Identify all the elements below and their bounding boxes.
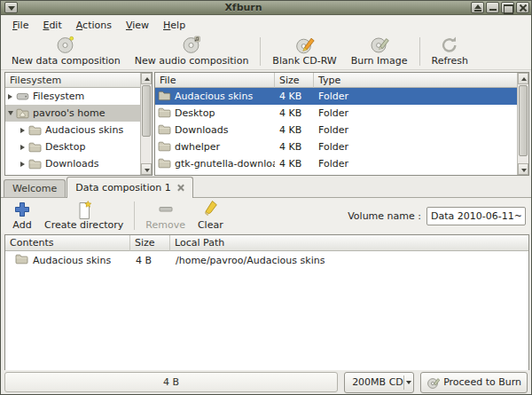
expander-icon[interactable] [18,145,27,150]
scroll-up-icon[interactable] [141,73,152,84]
menu-file[interactable]: File [5,18,35,33]
file-row[interactable]: dwhelper 4 KB Folder [155,138,519,155]
file-name: Desktop [175,107,215,119]
menu-view[interactable]: View [119,18,156,33]
comp-button-label: Add [12,219,31,231]
refresh-button[interactable]: Refresh [425,35,476,68]
statusbar: 4 B 200MB CD Proceed to Burn [1,370,531,394]
menubar: File Edit Actions View Help [1,16,531,34]
tab-close-icon[interactable] [176,184,184,192]
expander-icon[interactable] [5,94,15,99]
file-row[interactable]: Desktop 4 KB Folder [155,105,519,122]
column-header-size[interactable]: Size [275,73,314,88]
column-header-file[interactable]: File [155,73,275,88]
main-toolbar: New data composition New audio compositi… [1,34,531,70]
file-row[interactable]: Downloads 4 KB Folder [155,122,519,138]
disc-size-combo[interactable]: 200MB CD [344,372,414,393]
menu-edit[interactable]: Edit [35,18,68,33]
toolbar-button-label: Refresh [432,55,469,67]
file-list-scrollbar[interactable] [517,73,528,175]
blank-cdrw-button[interactable]: Blank CD-RW [265,35,343,68]
clear-broom-icon [200,200,220,219]
file-row[interactable]: Audacious skins 4 KB Folder [155,88,519,105]
volume-name-label: Volume name : [348,210,421,222]
volume-name-group: Volume name : [348,199,526,233]
tree-item-audacious-skins[interactable]: Audacious skins [5,122,142,138]
column-header-local-path[interactable]: Local Path [170,235,528,251]
contents-local-path: /home/pavroo/Audacious skins [170,255,528,266]
burn-image-button[interactable]: Burn Image [344,35,415,68]
file-name: dwhelper [175,141,220,153]
disc-size-value: 200MB CD [345,376,403,388]
file-size: 4 KB [275,124,314,136]
filesystem-panel: Filesystem Filesystem pavroo's home Auda… [4,72,153,176]
scroll-down-icon[interactable] [141,163,152,175]
new-directory-icon [74,200,94,219]
tree-item-filesystem[interactable]: Filesystem [5,88,142,105]
add-plus-icon [12,200,32,219]
minimize-icon[interactable] [486,2,499,13]
file-name: Audacious skins [175,91,253,102]
tree-item-label: pavroo's home [33,107,105,119]
proceed-to-burn-button[interactable]: Proceed to Burn [420,372,528,393]
column-header-size[interactable]: Size [130,235,170,251]
chevron-down-icon[interactable] [403,381,413,384]
new-audio-composition-button[interactable]: New audio composition [128,35,256,68]
clear-button[interactable]: Clear [192,199,230,233]
remove-button[interactable]: Remove [139,199,192,233]
scroll-down-icon[interactable] [518,163,528,175]
tree-item-downloads[interactable]: Downloads [5,155,142,172]
menu-actions[interactable]: Actions [69,18,119,33]
file-size: 4 KB [275,158,314,170]
volume-name-input[interactable] [426,207,526,225]
expander-icon[interactable] [5,111,15,115]
tree-item-desktop[interactable]: Desktop [5,138,142,155]
new-data-composition-button[interactable]: New data composition [4,35,128,68]
tab-data-composition-1[interactable]: Data composition 1 [66,177,192,198]
toolbar-button-label: New audio composition [135,55,249,67]
file-size: 4 KB [275,91,314,102]
toolbar-separator [260,37,261,66]
add-button[interactable]: Add [6,199,38,233]
file-type: Folder [314,124,519,136]
file-type: Folder [314,158,519,170]
shade-icon[interactable] [471,2,484,13]
drive-icon [16,91,29,102]
expander-icon[interactable] [18,162,27,167]
filesystem-scrollbar[interactable] [140,73,152,175]
new-audio-disc-icon [181,34,202,55]
menu-help[interactable]: Help [156,18,192,33]
window-menu-icon[interactable] [4,2,18,13]
xfburn-window: Xfburn File Edit Actions View Help New d… [0,0,532,395]
maximize-icon[interactable] [501,2,514,13]
toolbar-button-label: Burn Image [351,55,408,67]
tree-item-pavroos-home[interactable]: pavroo's home [5,105,142,122]
tree-item-label: Downloads [45,158,98,170]
filesystem-tree: Filesystem pavroo's home Audacious skins… [5,88,142,176]
file-name: gtk-gnutella-downloads [175,158,275,170]
file-type: Folder [314,141,519,153]
comp-button-label: Clear [198,219,223,231]
tab-label: Data composition 1 [75,178,170,198]
scrollbar-thumb[interactable] [142,85,151,137]
expander-icon[interactable] [18,128,27,133]
file-type: Folder [314,91,519,102]
toolbar-separator [419,37,420,66]
tab-welcome[interactable]: Welcome [4,179,66,197]
tab-label: Welcome [12,183,57,194]
proceed-to-burn-label: Proceed to Burn [443,376,521,388]
scrollbar-thumb[interactable] [519,85,528,156]
file-row[interactable]: gtk-gnutella-downloads 4 KB Folder [155,155,519,172]
burn-disc-icon [426,375,441,390]
filesystem-column-header[interactable]: Filesystem [5,73,142,88]
titlebar[interactable]: Xfburn [1,1,531,15]
column-header-type[interactable]: Type [314,73,519,88]
column-header-contents[interactable]: Contents [5,235,130,251]
scroll-up-icon[interactable] [518,73,528,84]
folder-icon [158,90,171,104]
contents-row[interactable]: Audacious skins 4 B /home/pavroo/Audacio… [5,251,528,269]
close-icon[interactable] [516,2,529,13]
tree-item-label: Desktop [45,141,85,153]
burn-image-icon [369,34,390,55]
create-directory-button[interactable]: Create directory [38,199,129,233]
